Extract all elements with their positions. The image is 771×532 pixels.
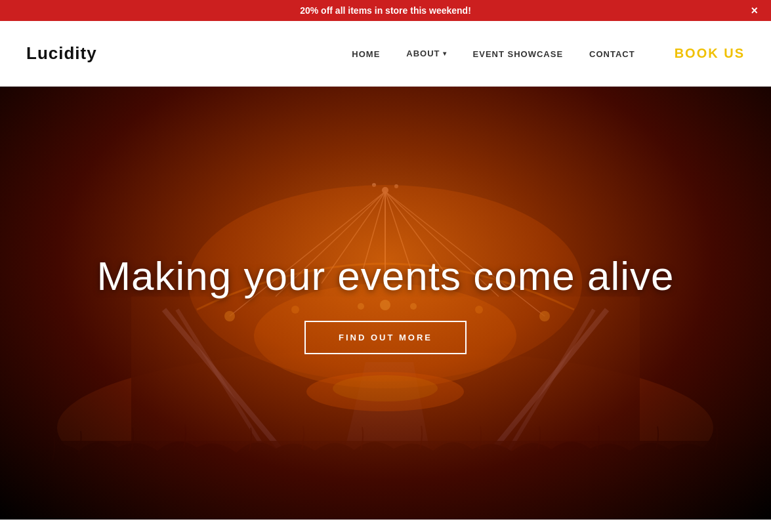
about-dropdown-icon: ▾ — [443, 50, 447, 57]
announcement-bar: 20% off all items in store this weekend!… — [0, 0, 771, 21]
nav-item-home[interactable]: HOME — [352, 48, 380, 60]
nav-link-home[interactable]: HOME — [352, 49, 380, 59]
site-logo[interactable]: Lucidity — [26, 43, 97, 64]
close-announcement-button[interactable]: × — [751, 4, 758, 18]
nav-link-about[interactable]: ABOUT ▾ — [406, 49, 446, 58]
navbar: Lucidity HOME ABOUT ▾ EVENT SHOWCASE CON… — [0, 21, 771, 87]
nav-item-event-showcase[interactable]: EVENT SHOWCASE — [473, 48, 564, 60]
find-out-more-button[interactable]: FIND OUT MORE — [304, 321, 467, 354]
nav-item-about[interactable]: ABOUT ▾ — [406, 49, 446, 58]
hero-section: Making your events come alive FIND OUT M… — [0, 87, 771, 520]
hero-title: Making your events come alive — [96, 252, 674, 300]
hero-content: Making your events come alive FIND OUT M… — [96, 252, 674, 354]
book-us-button[interactable]: BOOK US — [675, 46, 745, 61]
nav-link-event-showcase[interactable]: EVENT SHOWCASE — [473, 49, 564, 59]
nav-item-contact[interactable]: CONTACT — [589, 48, 635, 60]
nav-links: HOME ABOUT ▾ EVENT SHOWCASE CONTACT — [352, 48, 635, 60]
announcement-text: 20% off all items in store this weekend! — [300, 5, 471, 16]
nav-link-contact[interactable]: CONTACT — [589, 49, 635, 59]
